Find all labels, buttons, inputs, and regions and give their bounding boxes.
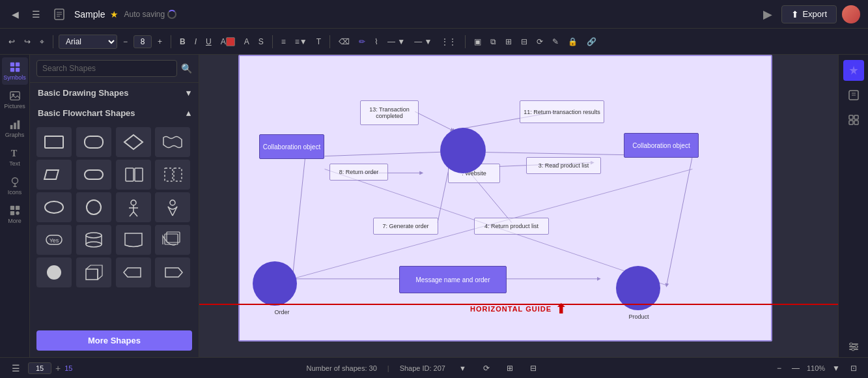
shape-multi-doc[interactable] bbox=[155, 225, 190, 255]
underline-button[interactable]: U bbox=[203, 35, 215, 48]
format-panel-button[interactable] bbox=[843, 85, 864, 106]
page-number-input[interactable] bbox=[28, 362, 51, 374]
shape-circle[interactable] bbox=[76, 192, 111, 222]
duplicate-button[interactable]: ⧉ bbox=[487, 35, 499, 48]
zoom-line-button[interactable]: — bbox=[789, 362, 803, 375]
align-dist-button[interactable]: ⊞ bbox=[502, 35, 515, 48]
settings-panel-button[interactable] bbox=[843, 336, 864, 357]
font-size-increase[interactable]: + bbox=[154, 35, 165, 48]
basic-drawing-section-header[interactable]: Basic Drawing Shapes ▾ bbox=[30, 83, 199, 103]
font-family-select[interactable]: ArialHelveticaTimes New Roman bbox=[59, 35, 117, 49]
svg-point-44 bbox=[86, 242, 102, 247]
play-button[interactable]: ▶ bbox=[759, 5, 776, 24]
align-horiz-button[interactable]: ⊟ bbox=[518, 35, 531, 48]
shape-parallelogram[interactable] bbox=[36, 160, 72, 190]
panel-scroll: Basic Drawing Shapes ▾ Basic Flowchart S… bbox=[30, 83, 199, 325]
shape-rounded-rect[interactable] bbox=[76, 127, 111, 157]
sidebar-item-text[interactable]: T Text bbox=[2, 143, 28, 171]
more-style-button[interactable]: ⋮⋮ bbox=[438, 35, 460, 48]
auto-saving-status: Auto saving bbox=[124, 10, 176, 19]
shape-arrow-right[interactable] bbox=[155, 257, 190, 287]
layout-button[interactable] bbox=[843, 109, 864, 130]
message-box: Message name and order bbox=[399, 266, 507, 293]
zoom-out-button[interactable]: − bbox=[774, 362, 785, 375]
align-left-button[interactable]: ≡ bbox=[278, 35, 289, 48]
center-circle bbox=[440, 128, 486, 173]
align-format-button[interactable]: ≡▼ bbox=[292, 35, 311, 48]
sidebar-item-graphs[interactable]: Graphs bbox=[2, 115, 28, 142]
saving-spinner bbox=[167, 10, 176, 19]
highlight-button[interactable]: A bbox=[241, 35, 253, 48]
line-style-button[interactable]: — ▼ bbox=[384, 35, 408, 48]
sidebar-item-symbols[interactable]: Symbols bbox=[2, 57, 28, 85]
diagram-container: 13: Transactioncompleted 11: Return tran… bbox=[238, 55, 772, 342]
shape-person[interactable] bbox=[116, 192, 151, 222]
shape-arrow-left[interactable] bbox=[116, 257, 151, 287]
eraser-button[interactable]: ⌫ bbox=[335, 35, 353, 48]
shape-decision[interactable]: Yes bbox=[36, 225, 72, 255]
format-paint-button[interactable]: ⌖ bbox=[36, 35, 48, 48]
font-size-decrease[interactable]: − bbox=[120, 35, 131, 48]
italic-button[interactable]: I bbox=[191, 35, 200, 48]
fit-button[interactable]: ⊡ bbox=[847, 362, 860, 375]
refresh-button[interactable]: ⟳ bbox=[480, 362, 493, 375]
svg-rect-5 bbox=[15, 63, 19, 66]
sidebar-item-more[interactable]: More bbox=[2, 201, 28, 228]
svg-rect-7 bbox=[15, 68, 19, 72]
icons-icon bbox=[9, 176, 21, 188]
top-bar: ◀ ☰ Sample ★ Auto saving ▶ ⬆ Export bbox=[0, 0, 868, 29]
redo-button[interactable]: ↪ bbox=[21, 35, 34, 48]
favorite-star[interactable]: ★ bbox=[110, 9, 119, 20]
svg-point-31 bbox=[131, 200, 136, 205]
shape-cylinder[interactable] bbox=[76, 225, 111, 255]
magic-button[interactable] bbox=[843, 60, 864, 81]
flip-button[interactable]: ⟳ bbox=[533, 35, 546, 48]
search-shapes-input[interactable] bbox=[36, 60, 177, 77]
svg-text:T: T bbox=[10, 148, 17, 158]
svg-point-30 bbox=[87, 200, 101, 214]
shape-bracket-left[interactable] bbox=[116, 160, 151, 190]
back-button[interactable]: ◀ bbox=[8, 7, 23, 22]
canvas-area[interactable]: 13: Transactioncompleted 11: Return tran… bbox=[199, 55, 838, 357]
font-size-input[interactable] bbox=[133, 35, 152, 48]
more-shapes-button[interactable]: More Shapes bbox=[36, 330, 192, 351]
border-style-button[interactable]: — ▼ bbox=[411, 35, 435, 48]
add-page-button[interactable]: + bbox=[55, 363, 61, 373]
sidebar-item-icons[interactable]: Icons bbox=[2, 172, 28, 199]
grid-button[interactable]: ⊞ bbox=[503, 362, 516, 375]
shape-rectangle[interactable] bbox=[36, 127, 72, 157]
shape-stadium[interactable] bbox=[76, 160, 111, 190]
link-button[interactable]: 🔗 bbox=[583, 35, 600, 48]
strike-button[interactable]: S bbox=[255, 35, 267, 48]
shape-3d-box[interactable] bbox=[76, 257, 111, 287]
shape-actor[interactable] bbox=[155, 192, 190, 222]
shape-id: Shape ID: 207 bbox=[400, 364, 445, 372]
text-button[interactable]: T bbox=[313, 35, 324, 48]
split-view-button[interactable]: ⊟ bbox=[527, 362, 540, 375]
shape-circle-filled[interactable] bbox=[36, 257, 72, 287]
search-button[interactable]: 🔍 bbox=[181, 63, 192, 74]
shape-document[interactable] bbox=[116, 225, 151, 255]
basic-flowchart-section-header[interactable]: Basic Flowchart Shapes ▴ bbox=[30, 103, 199, 123]
page-list-button[interactable]: ☰ bbox=[8, 360, 24, 376]
collab-object-1: Collaboration object bbox=[259, 134, 324, 159]
shape-bracket-right[interactable] bbox=[155, 160, 190, 190]
menu-button[interactable]: ☰ bbox=[28, 7, 44, 22]
connector-button[interactable]: ⌇ bbox=[371, 35, 382, 48]
bold-button[interactable]: B bbox=[176, 35, 189, 48]
export-button[interactable]: ⬆ Export bbox=[781, 5, 837, 23]
lock-button[interactable]: 🔒 bbox=[565, 35, 581, 48]
shadow-button[interactable]: ▣ bbox=[471, 35, 484, 48]
zoom-dropdown-button[interactable]: ▼ bbox=[829, 362, 843, 375]
pen-button[interactable]: ✏ bbox=[356, 35, 369, 48]
font-color-button[interactable]: A bbox=[217, 35, 238, 48]
doc-icon-button[interactable] bbox=[49, 6, 69, 23]
undo-button[interactable]: ↩ bbox=[5, 35, 18, 48]
shape-wavy-rect[interactable] bbox=[155, 127, 190, 157]
shape-ellipse[interactable] bbox=[36, 192, 72, 222]
shapes-menu-button[interactable]: ▼ bbox=[456, 362, 469, 374]
sidebar-item-pictures[interactable]: Pictures bbox=[2, 86, 28, 113]
shape-diamond[interactable] bbox=[116, 127, 151, 157]
user-avatar[interactable] bbox=[842, 5, 860, 23]
edit-shape-button[interactable]: ✎ bbox=[549, 35, 562, 48]
